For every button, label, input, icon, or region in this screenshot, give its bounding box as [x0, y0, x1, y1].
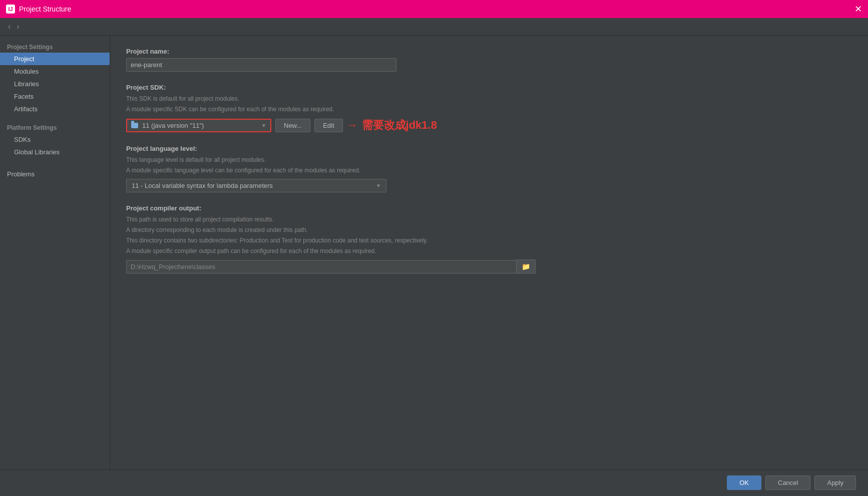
lang-desc1: This language level is default for all p…	[126, 155, 852, 164]
sidebar-item-libraries[interactable]: Libraries	[0, 78, 110, 90]
folder-icon	[131, 123, 138, 128]
sdk-edit-button[interactable]: Edit	[314, 119, 342, 132]
dialog-title: Project Structure	[19, 5, 71, 13]
ok-button[interactable]: OK	[727, 475, 761, 490]
sidebar-item-modules[interactable]: Modules	[0, 65, 110, 78]
project-sdk-section: Project SDK: This SDK is default for all…	[126, 84, 852, 133]
compiler-desc4: A module specific compiler output path c…	[126, 246, 852, 256]
sidebar-item-global-libraries[interactable]: Global Libraries	[0, 146, 110, 158]
annotation-arrow-icon: →	[347, 119, 358, 132]
sidebar-item-facets[interactable]: Facets	[0, 90, 110, 103]
compiler-desc1: This path is used to store all project c…	[126, 215, 852, 224]
compiler-output-browse-button[interactable]: 📁	[517, 260, 536, 274]
annotation-text: 需要改成jdk1.8	[362, 118, 437, 133]
compiler-output-section: Project compiler output: This path is us…	[126, 204, 852, 274]
sidebar-item-problems[interactable]: Problems	[0, 166, 110, 180]
compiler-output-label: Project compiler output:	[126, 204, 852, 212]
sidebar-item-artifacts[interactable]: Artifacts	[0, 103, 110, 115]
lang-dropdown-arrow-icon: ▼	[376, 183, 381, 188]
back-button[interactable]: ‹	[6, 21, 13, 32]
lang-desc2: A module specific language level can be …	[126, 166, 852, 175]
nav-arrows-bar: ‹ ›	[0, 18, 868, 36]
language-level-value: 11 - Local variable syntax for lambda pa…	[132, 182, 273, 189]
close-button[interactable]: ✕	[854, 5, 862, 14]
sdk-dropdown[interactable]: 11 (java version "11") ▼	[126, 119, 271, 132]
project-name-label: Project name:	[126, 48, 852, 55]
project-language-level-section: Project language level: This language le…	[126, 145, 852, 192]
language-level-label: Project language level:	[126, 145, 852, 152]
sidebar-item-sdks[interactable]: SDKs	[0, 133, 110, 146]
compiler-desc2: A directory corresponding to each module…	[126, 225, 852, 234]
app-icon: IJ	[6, 5, 15, 14]
sdk-value: 11 (java version "11")	[142, 122, 204, 129]
cancel-button[interactable]: Cancel	[765, 475, 810, 490]
compiler-output-row: 📁	[126, 260, 852, 274]
sidebar: Project Settings Project Modules Librari…	[0, 36, 110, 469]
project-settings-section-label: Project Settings	[0, 40, 110, 53]
project-name-input[interactable]	[126, 58, 396, 72]
project-name-section: Project name:	[126, 48, 852, 72]
title-bar-left: IJ Project Structure	[6, 5, 71, 14]
sdk-desc2: A module specific SDK can be configured …	[126, 105, 852, 114]
folder-browse-icon: 📁	[522, 263, 530, 271]
forward-button[interactable]: ›	[15, 21, 21, 32]
main-layout: Project Settings Project Modules Librari…	[0, 36, 868, 469]
compiler-desc3: This directory contains two subdirectori…	[126, 236, 852, 245]
platform-settings-section-label: Platform Settings	[0, 120, 110, 133]
sdk-desc1: This SDK is default for all project modu…	[126, 94, 852, 103]
content-area: Project name: Project SDK: This SDK is d…	[110, 36, 868, 469]
sidebar-item-project[interactable]: Project	[0, 53, 110, 65]
sdk-row: 11 (java version "11") ▼ New... Edit → 需…	[126, 118, 852, 133]
sdk-dropdown-arrow-icon: ▼	[261, 123, 266, 128]
project-sdk-label: Project SDK:	[126, 84, 852, 91]
compiler-output-input[interactable]	[126, 260, 517, 274]
footer: OK Cancel Apply	[0, 469, 868, 495]
apply-button[interactable]: Apply	[814, 475, 856, 490]
sdk-new-button[interactable]: New...	[275, 119, 310, 132]
title-bar: IJ Project Structure ✕	[0, 0, 868, 18]
language-level-dropdown[interactable]: 11 - Local variable syntax for lambda pa…	[126, 179, 386, 192]
